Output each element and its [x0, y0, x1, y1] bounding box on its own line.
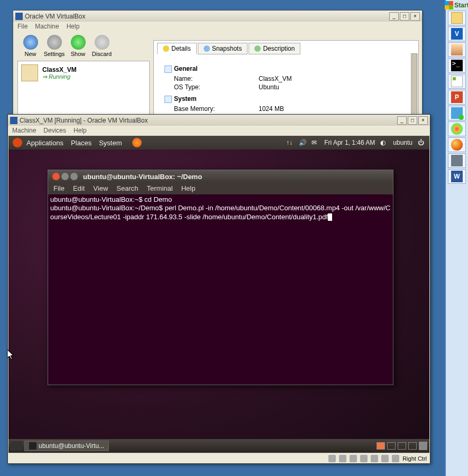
command-prompt-icon[interactable]: >_ [448, 58, 466, 73]
vm-name: ClassX_VM [42, 66, 77, 73]
term-menu-help[interactable]: Help [181, 184, 196, 193]
terminal-content[interactable]: ubuntu@ubuntu-VirtualBox:~$ cd Demo ubun… [48, 194, 393, 222]
network-icon[interactable]: ↑↓ [286, 139, 293, 146]
menu-machine[interactable]: Machine [12, 127, 36, 134]
vm-running-window: ClassX_VM [Running] - Oracle VM VirtualB… [7, 114, 430, 464]
notepad-icon[interactable] [448, 74, 466, 89]
start-button[interactable]: Start [445, 1, 468, 10]
msn-icon[interactable] [448, 122, 466, 136]
term-menu-search[interactable]: Search [116, 184, 138, 193]
word-icon[interactable]: W [448, 169, 466, 184]
terminal-title: ubuntu@ubuntu-VirtualBox: ~/Demo [83, 173, 202, 181]
terminal-menubar: File Edit View Search Terminal Help [48, 183, 393, 194]
vm-list-item[interactable]: ClassX_VM ⇒ Running [18, 61, 149, 85]
term-menu-view[interactable]: View [93, 184, 108, 193]
close-icon[interactable] [52, 173, 60, 180]
mouse-cursor-icon [7, 350, 16, 360]
vb-manager-title: Oracle VM VirtualBox [25, 13, 86, 20]
explorer-icon[interactable] [448, 11, 466, 25]
menu-machine[interactable]: Machine [35, 23, 59, 30]
minimize-button[interactable]: _ [389, 12, 399, 21]
volume-icon[interactable]: 🔊 [299, 139, 306, 146]
trash-icon[interactable] [419, 442, 427, 450]
virtualbox-icon [15, 13, 23, 20]
maximize-icon[interactable] [70, 173, 78, 180]
close-button[interactable]: × [418, 116, 428, 125]
vnc-icon[interactable]: V [448, 26, 466, 41]
maximize-button[interactable]: □ [408, 116, 417, 125]
taskbar-terminal-button[interactable]: ubuntu@ubuntu-Virtu... [24, 441, 109, 451]
vm-running-title: ClassX_VM [Running] - Oracle VM VirtualB… [20, 117, 148, 124]
workspace-4[interactable] [408, 442, 417, 450]
mouse-indicator-icon[interactable] [392, 455, 399, 462]
close-button[interactable]: × [410, 12, 420, 21]
power-icon[interactable]: ⏻ [418, 139, 425, 146]
show-desktop-icon[interactable] [11, 441, 22, 451]
ubuntu-desktop: Applications Places System ↑↓ 🔊 ✉ Fri Ap… [8, 136, 429, 453]
show-button[interactable]: Show [66, 35, 90, 57]
term-menu-edit[interactable]: Edit [73, 184, 85, 193]
windows-side-toolbar: Start V >_ P W [445, 0, 468, 476]
new-button[interactable]: New [19, 35, 42, 57]
system-section-head: System [164, 95, 408, 103]
menu-help[interactable]: Help [67, 23, 80, 30]
terminal-cursor [328, 213, 332, 221]
hdd-indicator-icon[interactable] [328, 455, 336, 462]
ubuntu-logo-icon[interactable] [13, 138, 22, 147]
term-menu-terminal[interactable]: Terminal [147, 184, 173, 193]
terminal-window: ubuntu@ubuntu-VirtualBox: ~/Demo File Ed… [48, 170, 393, 385]
term-menu-file[interactable]: File [53, 184, 65, 193]
mail-icon[interactable]: ✉ [311, 139, 319, 146]
minimize-icon[interactable] [61, 173, 69, 180]
minimize-button[interactable]: _ [397, 116, 407, 125]
workspace-2[interactable] [387, 442, 396, 450]
terminal-line: ubuntu@ubuntu-VirtualBox:~$ cd Demo [50, 195, 391, 204]
powerpoint-icon[interactable]: P [448, 90, 466, 105]
workspace-3[interactable] [398, 442, 406, 450]
firefox-launcher-icon[interactable] [132, 138, 142, 147]
display-indicator-icon[interactable] [381, 455, 389, 462]
host-key-label: Right Ctrl [402, 455, 427, 462]
terminal-icon [29, 442, 36, 450]
system-menu[interactable]: System [99, 139, 122, 147]
vm-state: ⇒ Running [42, 73, 77, 80]
applications-menu[interactable]: Applications [26, 139, 63, 147]
vm-running-menubar: Machine Devices Help [8, 126, 430, 135]
windows-logo-icon [445, 1, 453, 10]
virtualbox-tray-icon[interactable] [448, 153, 466, 168]
vm-statusbar: Right Ctrl [8, 453, 430, 463]
vm-running-titlebar[interactable]: ClassX_VM [Running] - Oracle VM VirtualB… [8, 115, 430, 126]
menu-devices[interactable]: Devices [43, 127, 66, 134]
discard-button[interactable]: Discard [90, 35, 114, 57]
vb-manager-titlebar[interactable]: Oracle VM VirtualBox _ □ × [13, 11, 422, 22]
user-switch-icon[interactable]: ◐ [380, 139, 388, 146]
menu-help[interactable]: Help [74, 127, 87, 134]
places-menu[interactable]: Places [71, 139, 91, 147]
disk-tool-icon[interactable] [448, 42, 466, 57]
firefox-icon[interactable] [448, 137, 466, 152]
network-indicator-icon[interactable] [350, 455, 357, 462]
settings-button[interactable]: Settings [42, 35, 66, 57]
remote-desktop-icon[interactable] [448, 106, 466, 120]
optical-indicator-icon[interactable] [339, 455, 346, 462]
general-section-head: General [164, 65, 408, 73]
shared-folders-indicator-icon[interactable] [371, 455, 378, 462]
clock[interactable]: Fri Apr 1, 1:46 AM [324, 139, 375, 146]
terminal-titlebar[interactable]: ubuntu@ubuntu-VirtualBox: ~/Demo [48, 170, 393, 183]
ubuntu-bottom-panel: ubuntu@ubuntu-Virtu... [8, 439, 429, 453]
tab-snapshots[interactable]: Snapshots [198, 43, 248, 54]
username-label[interactable]: ubuntu [393, 139, 412, 146]
vb-manager-menubar: File Machine Help [13, 22, 422, 31]
vm-icon [21, 64, 38, 81]
virtualbox-icon [10, 117, 17, 124]
menu-file[interactable]: File [17, 23, 27, 30]
maximize-button[interactable]: □ [400, 12, 409, 21]
ubuntu-top-panel: Applications Places System ↑↓ 🔊 ✉ Fri Ap… [8, 136, 429, 150]
tab-details[interactable]: Details [157, 43, 197, 54]
usb-indicator-icon[interactable] [360, 455, 368, 462]
workspace-1[interactable] [377, 442, 385, 450]
tab-description[interactable]: Description [249, 43, 300, 54]
terminal-line: ubuntu@ubuntu-VirtualBox:~/Demo$ perl De… [50, 204, 391, 221]
